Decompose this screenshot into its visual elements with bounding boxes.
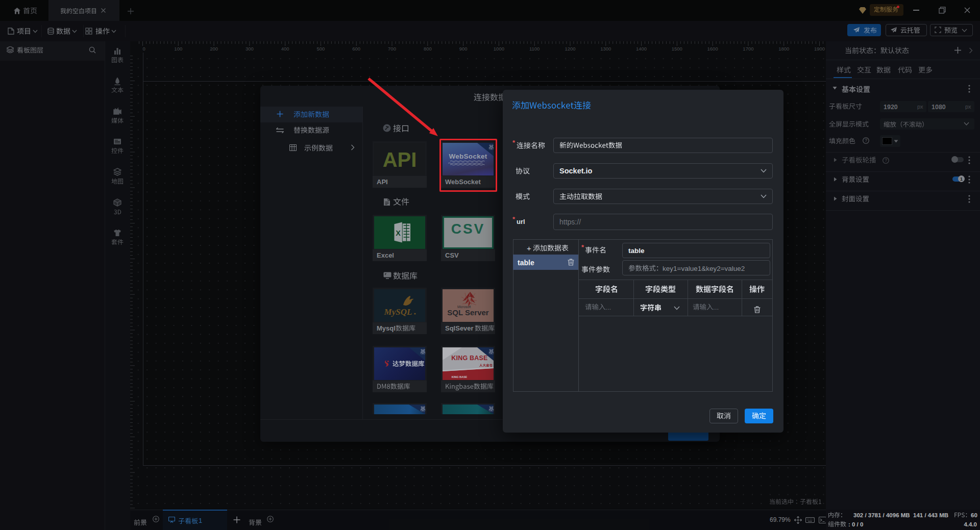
svg-text:X: X	[396, 229, 401, 237]
svg-text:MySQL: MySQL	[384, 307, 412, 317]
